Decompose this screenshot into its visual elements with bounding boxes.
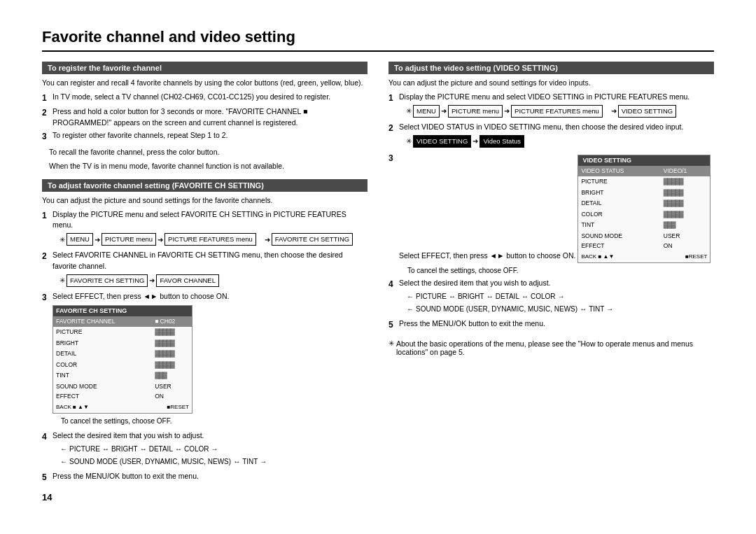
step-4-right: 4 Select the desired item that you wish … bbox=[388, 278, 714, 316]
favor-ch-header: FAVORITE CH SETTING bbox=[53, 306, 192, 317]
nav-picture-menu-r: PICTURE menu bbox=[448, 105, 503, 118]
favor-bottom-bar: BACK ■ ▲▼ ■RESET bbox=[53, 402, 192, 413]
favor-row-4: COLOR ▓▓▓▓▓ bbox=[53, 360, 192, 371]
section1-heading: To register the favorite channel bbox=[42, 62, 368, 74]
nav-chain-1b: ✳ MENU ➜ PICTURE menu ➜ PICTURE FEATURES… bbox=[59, 233, 368, 246]
video-bottom-bar: BACK ■ ▲▼ ■RESET bbox=[578, 251, 710, 262]
sound-chain-left: ← SOUND MODE (USER, DYNAMIC, MUSIC, NEWS… bbox=[59, 456, 368, 467]
menu-note: When the TV is in menu mode, favorite ch… bbox=[49, 161, 368, 172]
left-shared-steps: 4 Select the desired item that you wish … bbox=[42, 430, 368, 484]
video-row-0: VIDEO STATUS VIDEO/1 bbox=[578, 166, 710, 176]
video-row-2: BRIGHT ▓▓▓▓▓ bbox=[578, 188, 710, 199]
recall-note: To recall the favorite channel, press th… bbox=[49, 147, 368, 158]
favor-row-6: SOUND MODE USER bbox=[53, 381, 192, 392]
step-1a: 1 In TV mode, select a TV channel (CH02-… bbox=[42, 92, 368, 104]
step-3b-note: To cancel the settings, choose OFF. bbox=[61, 416, 368, 426]
section2-heading: To adjust favorite channel setting (FAVO… bbox=[42, 179, 368, 192]
step-5-left: 5 Press the MENU/OK button to exit the m… bbox=[42, 471, 368, 484]
right-column: To adjust the video setting (VIDEO SETTI… bbox=[388, 62, 714, 503]
step-1b: 1 Display the PICTURE menu and select FA… bbox=[42, 209, 368, 248]
left-column: To register the favorite channel You can… bbox=[42, 62, 368, 503]
step-3r-note: To cancel the settings, choose OFF. bbox=[407, 266, 714, 276]
video-row-5: TINT ▓▓▓ bbox=[578, 220, 710, 231]
favor-ch-diagram: FAVORITE CH SETTING FAVORITE CHANNEL ■ C… bbox=[52, 305, 192, 414]
favor-row-0: FAVORITE CHANNEL ■ CH02 bbox=[53, 316, 192, 327]
page-number: 14 bbox=[42, 492, 368, 503]
video-row-4: COLOR ▓▓▓▓▓ bbox=[578, 209, 710, 220]
favor-row-7: EFFECT ON bbox=[53, 391, 192, 402]
section1-intro: You can register and recall 4 favorite c… bbox=[42, 78, 368, 89]
nav-fav-ch-setting2: FAVORITE CH SETTING bbox=[66, 274, 148, 287]
right-steps: 1 Display the PICTURE menu and select VI… bbox=[388, 92, 714, 331]
step-3a: 3 To register other favorite channels, r… bbox=[42, 130, 368, 143]
nav-video-setting2: VIDEO SETTING bbox=[413, 135, 471, 148]
nav-chain-1r: ✳ MENU ➜ PICTURE menu ➜ PICTURE FEATURES… bbox=[406, 105, 714, 118]
video-setting-table: VIDEO STATUS VIDEO/1 PICTURE ▓▓▓▓▓ BRIGH… bbox=[578, 166, 710, 251]
favor-row-5: TINT ▓▓▓ bbox=[53, 370, 192, 381]
nav-chain-2r: ✳ VIDEO SETTING ➜ Video Status bbox=[406, 135, 714, 148]
nav-fav-ch-setting: FAVORITE CH SETTING bbox=[272, 233, 353, 246]
bottom-note: ✳ About the basic operations of the menu… bbox=[388, 339, 714, 356]
section-video-intro: You can adjust the picture and sound set… bbox=[388, 78, 714, 89]
nav-picture-menu: PICTURE menu bbox=[102, 233, 156, 246]
step-2-right: 2 Select VIDEO STATUS in VIDEO SETTING m… bbox=[388, 122, 714, 150]
nav-picture-features: PICTURE FEATURES menu bbox=[164, 233, 256, 246]
video-row-3: DETAIL ▓▓▓▓▓ bbox=[578, 198, 710, 209]
nav-video-status: Video Status bbox=[479, 135, 524, 148]
video-setting-header: VIDEO SETTING bbox=[578, 155, 710, 167]
video-row-6: SOUND MODE USER bbox=[578, 231, 710, 241]
video-row-1: PICTURE ▓▓▓▓▓ bbox=[578, 176, 710, 188]
step-2a: 2 Press and hold a color button for 3 se… bbox=[42, 106, 368, 129]
step-5-right: 5 Press the MENU/OK button to exit the m… bbox=[388, 318, 714, 331]
step-1-right: 1 Display the PICTURE menu and select VI… bbox=[388, 92, 714, 120]
nav-menu: MENU bbox=[66, 233, 93, 246]
favor-ch-table: FAVORITE CHANNEL ■ CH02 PICTURE ▓▓▓▓▓ BR… bbox=[53, 316, 192, 402]
favor-row-3: DETAIL ▓▓▓▓▓ bbox=[53, 349, 192, 360]
picture-chain-right: ← PICTURE ↔ BRIGHT ↔ DETAIL ↔ COLOR → bbox=[406, 291, 714, 302]
step-3b: 3 Select EFFECT, then press ◄► button to… bbox=[42, 291, 368, 426]
step-3-right: 3 Select EFFECT, then press ◄► button to… bbox=[388, 152, 714, 276]
video-row-7: EFFECT ON bbox=[578, 241, 710, 251]
page-title: Favorite channel and video setting bbox=[42, 28, 714, 52]
sound-chain-right: ← SOUND MODE (USER, DYNAMIC, MUSIC, NEWS… bbox=[406, 304, 714, 314]
step-4-left: 4 Select the desired item that you wish … bbox=[42, 430, 368, 469]
nav-menu-r: MENU bbox=[413, 105, 440, 118]
section2-steps: 1 Display the PICTURE menu and select FA… bbox=[42, 209, 368, 427]
nav-video-setting: VIDEO SETTING bbox=[618, 105, 676, 118]
picture-chain-left: ← PICTURE ↔ BRIGHT ↔ DETAIL ↔ COLOR → bbox=[59, 444, 368, 454]
favor-row-2: BRIGHT ▓▓▓▓▓ bbox=[53, 338, 192, 349]
favor-row-1: PICTURE ▓▓▓▓▓ bbox=[53, 327, 192, 338]
video-setting-diagram: VIDEO SETTING VIDEO STATUS VIDEO/1 PICTU… bbox=[578, 155, 710, 263]
section1-steps: 1 In TV mode, select a TV channel (CH02-… bbox=[42, 92, 368, 143]
step-2b: 2 Select FAVORITE CHANNEL in FAVORITE CH… bbox=[42, 250, 368, 289]
nav-favor-channel: FAVOR CHANNEL bbox=[156, 274, 219, 287]
section-video-heading: To adjust the video setting (VIDEO SETTI… bbox=[388, 62, 714, 74]
section2-intro: You can adjust the picture and sound set… bbox=[42, 195, 368, 206]
nav-picture-features-r: PICTURE FEATURES menu bbox=[511, 105, 603, 118]
nav-chain-2b: ✳ FAVORITE CH SETTING ➜ FAVOR CHANNEL bbox=[59, 274, 368, 287]
